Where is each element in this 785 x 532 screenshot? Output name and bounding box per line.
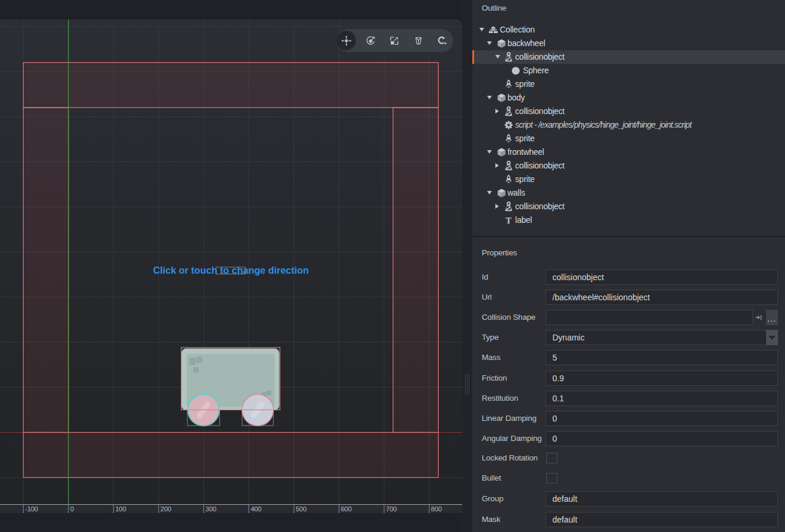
svg-text:500: 500: [296, 505, 306, 512]
svg-text:400: 400: [251, 505, 261, 512]
svg-text:100: 100: [115, 505, 126, 512]
svg-text:Click or touch to change direc: Click or touch to change direction: [153, 265, 309, 276]
svg-text:-100: -100: [25, 505, 38, 512]
svg-text:700: 700: [386, 505, 397, 512]
svg-text:0: 0: [70, 505, 74, 512]
svg-text:600: 600: [341, 505, 352, 512]
svg-text:800: 800: [431, 505, 442, 512]
svg-text:300: 300: [206, 505, 216, 512]
svg-text:200: 200: [160, 505, 171, 512]
